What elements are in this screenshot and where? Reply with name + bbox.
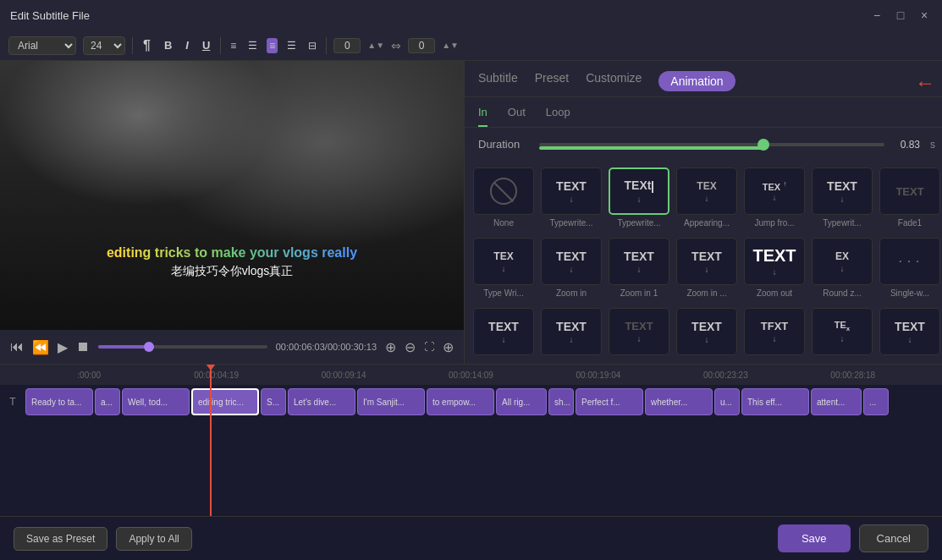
anim-round-z[interactable]: EX ↓ Round z... — [810, 234, 874, 301]
anim-zoom-in[interactable]: TEXT ↓ Zoom in — [539, 234, 603, 301]
bold-button[interactable]: B — [161, 37, 175, 53]
clip-perfect[interactable]: Perfect f... — [576, 388, 643, 415]
anim-typewrite-w[interactable]: TEX ↓ Type Wri... — [471, 234, 536, 301]
play-button[interactable]: ▶ — [58, 339, 68, 355]
font-size-select[interactable]: 24 — [83, 36, 125, 55]
anim-preview-20: TEx ↓ — [812, 308, 873, 355]
tab-animation[interactable]: Animation — [658, 71, 735, 91]
anim-appearing[interactable]: TEX ↓ Appearing... — [675, 164, 739, 231]
clip-lets[interactable]: Let's dive... — [288, 388, 355, 415]
anim-single-w[interactable]: · · · Single-w... — [878, 234, 942, 301]
anim-20[interactable]: TEx ↓ — [810, 305, 874, 362]
sub-tab-out[interactable]: Out — [508, 106, 526, 127]
clip-more[interactable]: ... — [863, 388, 889, 415]
spacing-arrows[interactable]: ▲▼ — [442, 41, 459, 50]
anim-preview-jump: TEX ↑ ↓ — [744, 167, 805, 215]
ruler-mark-5: 00:00:23:23 — [662, 371, 789, 380]
clip-empower[interactable]: to empow... — [427, 388, 494, 415]
apply-to-all-button[interactable]: Apply to All — [116, 527, 191, 551]
clip-ready[interactable]: Ready to ta... — [25, 388, 93, 415]
anim-zoom-in-1[interactable]: TEXT ↓ Zoom in 1 — [607, 234, 671, 301]
ruler-mark-4: 00:00:19:04 — [535, 371, 662, 380]
tab-subtitle[interactable]: Subtitle — [478, 71, 518, 96]
add-marker-button[interactable]: ⊕ — [385, 339, 396, 355]
clip-attent[interactable]: attent... — [811, 388, 862, 415]
anim-preview-21: TEXT ↓ — [879, 308, 940, 355]
ruler-mark-1: 00:00:04:19 — [152, 371, 279, 380]
spacing-input[interactable] — [408, 38, 435, 53]
duration-label: Duration — [478, 138, 529, 151]
anim-label-typewriter3: Typewrit... — [812, 218, 873, 228]
volume-minus-button[interactable]: ⊖ — [405, 339, 416, 355]
fullscreen-button[interactable]: ⛶ — [424, 341, 434, 353]
clip-sh[interactable]: sh... — [548, 388, 574, 415]
sub-tab-loop[interactable]: Loop — [546, 106, 570, 127]
ruler-mark-6: 00:00:28:18 — [790, 371, 917, 380]
duration-unit: s — [930, 139, 935, 151]
panel-tabs: Subtitle Preset Customize Animation — [465, 61, 942, 97]
anim-preview-round-z: EX ↓ — [812, 238, 873, 285]
anim-18[interactable]: TEXT ↓ — [675, 305, 739, 362]
anim-typewriter2[interactable]: TEXt ↓ Typewrite... — [607, 164, 671, 231]
progress-thumb[interactable] — [144, 342, 154, 352]
clip-well[interactable]: Well, tod... — [122, 388, 190, 415]
clip-sanjit[interactable]: I'm Sanjit... — [357, 388, 425, 415]
clip-u[interactable]: u... — [714, 388, 740, 415]
tab-preset[interactable]: Preset — [535, 71, 569, 96]
track-row-1: T Ready to ta... a... Well, tod... editi… — [0, 385, 942, 419]
anim-17[interactable]: TEXT ↓ — [607, 305, 671, 362]
step-back-button[interactable]: ⏪ — [32, 339, 49, 355]
skip-back-button[interactable]: ⏮ — [10, 339, 24, 354]
clip-thiseff[interactable]: This eff... — [741, 388, 809, 415]
align-center-icon[interactable]: ☰ — [245, 38, 260, 53]
paragraph-btn[interactable]: ¶ — [140, 36, 154, 55]
video-progress-bar[interactable] — [98, 345, 267, 349]
font-family-select[interactable]: Arial — [8, 36, 76, 55]
anim-21[interactable]: TEXT ↓ — [878, 305, 942, 362]
zoom-button[interactable]: ⊕ — [443, 339, 454, 355]
clip-whether[interactable]: whether... — [645, 388, 713, 415]
stop-button[interactable]: ⏹ — [76, 339, 90, 354]
align-right-icon[interactable]: ≡ — [267, 38, 278, 53]
maximize-button[interactable]: □ — [893, 8, 908, 23]
duration-slider[interactable] — [539, 143, 884, 146]
align-left-icon[interactable]: ≡ — [228, 38, 239, 53]
clip-editing[interactable]: editing tric... — [191, 388, 259, 415]
anim-typewriter3[interactable]: TEXT ↓ Typewrit... — [810, 164, 874, 231]
save-button[interactable]: Save — [778, 524, 851, 552]
anim-zoom-out[interactable]: TEXT ↓ Zoom out — [742, 234, 807, 301]
minimize-button[interactable]: − — [869, 8, 884, 23]
save-as-preset-button[interactable]: Save as Preset — [14, 527, 107, 551]
subtitle-overlay: editing tricks to make your vlogs really… — [0, 245, 464, 279]
anim-15[interactable]: TEXT ↓ — [471, 305, 536, 362]
anim-19[interactable]: TFXT ↓ — [742, 305, 807, 362]
anim-label-zoom-out: Zoom out — [744, 288, 805, 298]
clip-a[interactable]: a... — [95, 388, 120, 415]
anim-jump[interactable]: TEX ↑ ↓ Jump fro... — [742, 164, 807, 231]
clip-s[interactable]: S... — [261, 388, 286, 415]
sub-tab-in[interactable]: In — [478, 106, 488, 127]
italic-button[interactable]: I — [182, 37, 192, 53]
anim-fade1[interactable]: TEXT Fade1 — [878, 164, 942, 231]
tab-customize[interactable]: Customize — [586, 71, 642, 96]
rotation-arrows[interactable]: ▲▼ — [367, 41, 384, 50]
left-panel: editing tricks to make your vlogs really… — [0, 61, 464, 364]
align-justify-icon[interactable]: ☰ — [284, 38, 299, 53]
playhead[interactable] — [210, 365, 212, 385]
clip-alright[interactable]: All rig... — [496, 388, 547, 415]
toolbar-separator-2 — [220, 37, 221, 54]
anim-none[interactable]: None — [471, 164, 536, 231]
close-button[interactable]: × — [917, 8, 932, 23]
anim-zoom-in-dot[interactable]: TEXT ↓ Zoom in ... — [675, 234, 739, 301]
rotation-input[interactable] — [333, 38, 361, 53]
duration-thumb[interactable] — [757, 139, 769, 151]
indent-icon[interactable]: ⊟ — [306, 38, 319, 53]
window-title: Edit Subtitle File — [10, 9, 90, 22]
anim-typewriter1[interactable]: TEXT ↓ Typewrite... — [539, 164, 603, 231]
anim-16[interactable]: TEXT ↓ — [539, 305, 603, 362]
underline-button[interactable]: U — [199, 37, 213, 53]
anim-label-zoom-in-dot: Zoom in ... — [676, 288, 737, 298]
cancel-button[interactable]: Cancel — [859, 524, 928, 552]
video-preview: editing tricks to make your vlogs really… — [0, 61, 464, 330]
duration-fill — [539, 146, 763, 150]
